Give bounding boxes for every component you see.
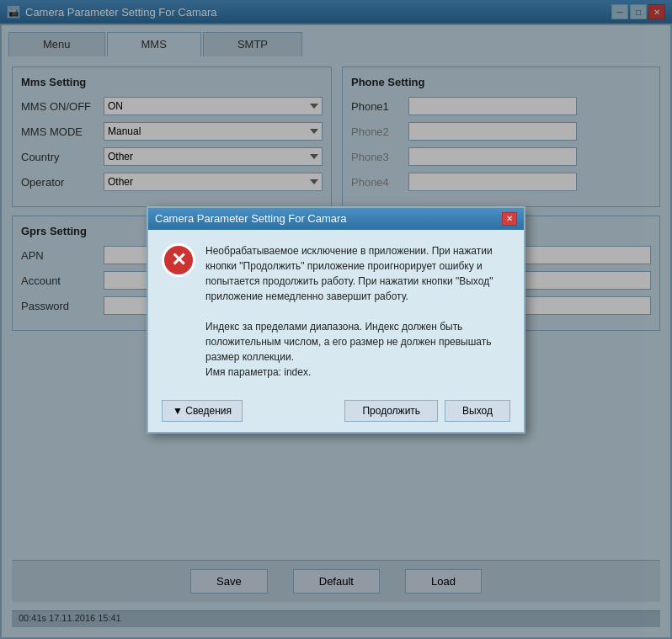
error-circle: ✕ xyxy=(162,243,195,277)
dialog-overlay: Camera Parameter Setting For Camara ✕ ✕ … xyxy=(0,0,672,639)
dialog-close-button[interactable]: ✕ xyxy=(502,212,517,226)
continue-button[interactable]: Продолжить xyxy=(344,400,438,422)
dialog-title-bar: Camera Parameter Setting For Camara ✕ xyxy=(148,208,524,230)
dialog-message-part2: Индекс за пределами диапазона. Индекс до… xyxy=(205,319,510,380)
dialog-footer: ▼ Сведения Продолжить Выход xyxy=(148,393,524,432)
dialog-message: Необрабатываемое исключение в приложении… xyxy=(205,243,510,380)
details-button[interactable]: ▼ Сведения xyxy=(162,400,243,422)
dialog-title: Camera Parameter Setting For Camara xyxy=(155,212,347,225)
error-dialog: Camera Parameter Setting For Camara ✕ ✕ … xyxy=(147,206,525,434)
exit-button[interactable]: Выход xyxy=(445,400,510,422)
dialog-message-part1: Необрабатываемое исключение в приложении… xyxy=(205,243,510,304)
dialog-footer-right: Продолжить Выход xyxy=(344,400,510,422)
dialog-body: ✕ Необрабатываемое исключение в приложен… xyxy=(148,230,524,393)
dialog-error-icon: ✕ xyxy=(162,243,195,277)
